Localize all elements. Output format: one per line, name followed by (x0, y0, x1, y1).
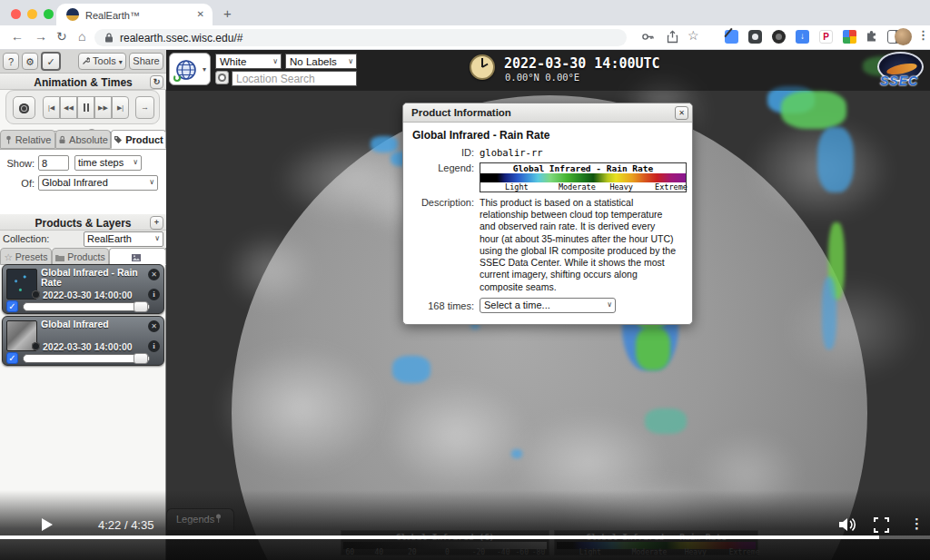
legends-tab-label: Legends (176, 514, 214, 525)
rain-rate-legend: Global Infrared - Rain Rate Light Modera… (554, 530, 758, 555)
id-label: ID: (412, 147, 474, 158)
opacity-handle[interactable] (134, 301, 148, 312)
refresh-times-button[interactable]: ↻ (150, 75, 163, 89)
forward-icon[interactable]: → (35, 29, 47, 44)
projection-globe-button[interactable]: ▾ (169, 53, 211, 85)
dialog-titlebar[interactable]: Product Information ✕ (403, 103, 692, 123)
home-icon[interactable]: ⌂ (78, 29, 85, 44)
reload-icon[interactable]: ↻ (56, 29, 67, 44)
star-icon: ☆ (5, 251, 13, 262)
mac-close-button[interactable] (11, 9, 21, 19)
caret-down-icon: ▾ (119, 58, 123, 66)
layer-close-icon[interactable]: ✕ (148, 320, 160, 332)
step-back-button[interactable]: ◀◀ (60, 96, 77, 119)
layer-info-button[interactable]: i (148, 289, 160, 300)
screen: RealEarth™ ✕ + ← → ↻ ⌂ realearth.ssec.wi… (0, 0, 930, 560)
clock-icon (32, 342, 40, 350)
new-tab-button[interactable]: + (223, 5, 232, 21)
chevron-down-icon: ∨ (149, 178, 154, 186)
legend-colorbar (480, 173, 686, 182)
location-search-input[interactable] (232, 71, 357, 86)
description-label: Description: (412, 197, 474, 293)
product-id: globalir-rr (480, 147, 683, 158)
layer-info-button[interactable]: i (148, 340, 160, 352)
settings-gear-button[interactable]: ⚙ (22, 53, 38, 70)
collection-select[interactable]: RealEarth∨ (84, 231, 163, 247)
extension-eyedropper-icon[interactable] (725, 30, 738, 44)
share-button[interactable]: Share (129, 53, 163, 70)
layer-opacity-slider[interactable] (23, 302, 150, 311)
legend-title: Global Infrared - Rain Rate (480, 163, 686, 173)
extension-dark-icon[interactable] (748, 30, 762, 44)
layer-timestamp: 2022-03-30 14:00:00 (43, 341, 133, 352)
tab-presets[interactable]: ☆ Presets (0, 248, 52, 265)
go-last-button[interactable]: ▶| (112, 96, 129, 119)
tab-title: RealEarth™ (85, 10, 140, 21)
layer-visibility-checkbox[interactable]: ✓ (6, 352, 18, 364)
profile-avatar[interactable] (895, 28, 912, 45)
player-menu-icon[interactable]: ⋮ (910, 516, 924, 532)
layer-visibility-checkbox[interactable]: ✓ (6, 300, 18, 312)
labels-select[interactable]: No Labels∨ (285, 54, 357, 69)
add-product-button[interactable]: + (150, 216, 163, 230)
back-icon[interactable]: ← (11, 29, 24, 44)
url-bar[interactable]: realearth.ssec.wisc.edu/# (94, 29, 627, 46)
pause-button[interactable] (77, 96, 94, 119)
browser-menu-icon[interactable]: ⋮ (917, 28, 929, 42)
layer-card-global-infrared[interactable]: Global Infrared ✕ 2022-03-30 14:00:00 i … (2, 316, 164, 366)
layer-opacity-slider[interactable] (23, 354, 150, 363)
realearth-favicon-icon (66, 8, 79, 21)
basemap-select[interactable]: White∨ (215, 54, 282, 69)
layer-close-icon[interactable]: ✕ (148, 269, 160, 280)
tab-absolute[interactable]: Absolute (55, 130, 111, 149)
show-count-input[interactable] (38, 155, 69, 171)
locate-button[interactable] (215, 71, 229, 84)
key-icon[interactable] (641, 30, 655, 44)
map-view[interactable]: ▾ White∨ No Labels∨ 2022-03-30 14:00UTC … (166, 50, 930, 560)
wrench-icon (82, 57, 90, 65)
products-layers-header: Products & Layers + (0, 214, 166, 231)
tag-icon (114, 135, 123, 144)
animation-clock-button[interactable] (13, 96, 35, 119)
extension-download-icon[interactable]: ↓ (796, 30, 809, 44)
layer-title: Global Infrared (41, 319, 148, 329)
select-mode-button[interactable]: ✓ (41, 52, 61, 71)
tab-displayed[interactable]: Displayed (109, 248, 166, 265)
fullscreen-icon[interactable] (874, 517, 889, 533)
go-first-button[interactable]: |◀ (43, 96, 60, 119)
extensions-puzzle-icon[interactable] (865, 30, 878, 44)
tab-products[interactable]: Products (52, 248, 109, 265)
browser-chrome: RealEarth™ ✕ + ← → ↻ ⌂ realearth.ssec.wi… (0, 0, 930, 50)
tab-product[interactable]: Product (111, 130, 166, 149)
share-icon[interactable] (666, 30, 679, 44)
extension-cam-icon[interactable] (772, 30, 786, 44)
tab-relative[interactable]: Relative (0, 130, 55, 149)
dialog-title: Product Information (411, 107, 511, 118)
time-select[interactable]: Select a time...∨ (480, 298, 616, 313)
pause-icon (84, 103, 85, 112)
tools-button[interactable]: Tools ▾ (78, 53, 126, 70)
legends-tab[interactable]: Legends (166, 508, 234, 530)
player-progress-bar[interactable] (0, 535, 930, 539)
product-select[interactable]: Global Infrared∨ (38, 175, 158, 191)
mac-minimize-button[interactable] (27, 9, 37, 19)
bookmark-star-icon[interactable]: ☆ (688, 28, 699, 43)
ir-legend-ticks: 60 40 20 0 -20 -40 -60 -80 (341, 549, 549, 556)
volume-icon[interactable] (837, 516, 857, 533)
tab-close-icon[interactable]: ✕ (197, 9, 204, 19)
player-play-button[interactable] (42, 518, 53, 531)
time-units-select[interactable]: time steps∨ (74, 155, 142, 171)
step-forward-button[interactable]: ▶▶ (94, 96, 112, 119)
product-name: Global Infrared - Rain Rate (412, 129, 683, 142)
extension-grid-icon[interactable] (843, 30, 856, 44)
advance-button[interactable]: → (135, 96, 154, 119)
layer-card-rain-rate[interactable]: Global Infrared - Rain Rate ✕ 2022-03-30… (2, 264, 164, 314)
browser-tab[interactable]: RealEarth™ ✕ (56, 4, 213, 25)
mac-zoom-button[interactable] (44, 9, 54, 19)
dialog-close-button[interactable]: ✕ (675, 106, 688, 120)
current-datetime: 2022-03-30 14:00UTC (504, 55, 660, 72)
share-label: Share (133, 55, 159, 66)
extension-p-icon[interactable]: P (819, 30, 833, 44)
help-button[interactable]: ? (3, 53, 19, 70)
opacity-handle[interactable] (134, 353, 148, 364)
